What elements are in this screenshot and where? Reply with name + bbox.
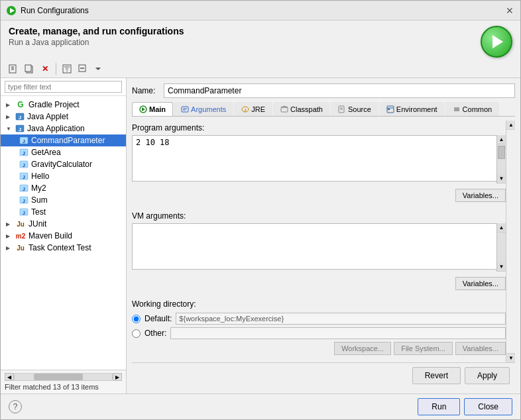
title-bar-left: Run Configurations xyxy=(6,5,89,16)
close-icon[interactable]: ✕ xyxy=(504,5,515,16)
filter-config-button[interactable] xyxy=(60,62,74,76)
scroll-left-arrow[interactable]: ◀ xyxy=(5,373,14,381)
other-radio[interactable] xyxy=(132,329,141,338)
tab-content-area: Program arguments: ▲ ▼ xyxy=(132,121,515,362)
workspace-button[interactable]: Workspace... xyxy=(334,342,391,355)
tree-item-sum[interactable]: J Sum xyxy=(1,194,126,206)
jre-tab-icon: J xyxy=(241,105,249,113)
svg-rect-47 xyxy=(388,109,390,110)
tab-main[interactable]: Main xyxy=(132,102,173,116)
maven-icon: m2 xyxy=(15,233,26,240)
scroll-right-arrow[interactable]: ▶ xyxy=(113,373,122,381)
vm-args-textarea[interactable] xyxy=(132,223,506,270)
other-value-input[interactable] xyxy=(170,327,506,339)
scrollbar-thumb xyxy=(34,374,83,380)
tree-label-java-application: Java Application xyxy=(27,124,85,133)
run-circle-button[interactable] xyxy=(481,26,512,58)
tree-item-junit[interactable]: ▶ Ju JUnit xyxy=(1,218,126,230)
scroll-down-arrow[interactable]: ▼ xyxy=(497,174,506,184)
tab-common-label: Common xyxy=(463,105,492,113)
sum-icon: J xyxy=(19,195,29,205)
variables-button-2[interactable]: Variables... xyxy=(455,277,506,290)
program-args-scrollbar: ▲ ▼ xyxy=(496,135,506,184)
vm-args-section: VM arguments: ▲ ▼ Variables... xyxy=(132,211,506,294)
tree-item-task-context[interactable]: ▶ Ju Task Context Test xyxy=(1,242,126,254)
right-scroll-up[interactable]: ▲ xyxy=(506,121,515,130)
tab-source[interactable]: Source xyxy=(331,102,378,116)
tab-environment[interactable]: Environment xyxy=(379,102,445,116)
svg-rect-7 xyxy=(25,65,31,72)
delete-config-button[interactable]: ✕ xyxy=(38,62,52,76)
tab-classpath-label: Classpath xyxy=(290,105,323,113)
tree-label-getarea: GetArea xyxy=(31,148,61,157)
program-args-textarea[interactable] xyxy=(132,135,506,182)
help-icon[interactable]: ? xyxy=(9,400,22,413)
tree-item-commandparameter[interactable]: J CommandParameter xyxy=(1,134,126,146)
tree-item-gradle[interactable]: ▶ G Gradle Project xyxy=(1,99,126,111)
scroll-up-arrow[interactable]: ▲ xyxy=(497,135,506,144)
svg-rect-35 xyxy=(182,107,188,112)
scrollbar-track xyxy=(14,373,113,381)
default-value-input[interactable] xyxy=(176,313,506,325)
tree-item-getarea[interactable]: J GetArea xyxy=(1,146,126,158)
name-input[interactable] xyxy=(164,83,515,98)
svg-marker-41 xyxy=(281,106,288,107)
svg-marker-14 xyxy=(95,68,101,70)
collapse-all-button[interactable] xyxy=(76,62,90,76)
tree-label-java-applet: Java Applet xyxy=(27,112,68,121)
tree-label-test: Test xyxy=(31,207,46,217)
tree-item-hello[interactable]: J Hello xyxy=(1,170,126,182)
tree-item-java-application[interactable]: ▼ J Java Application xyxy=(1,123,126,134)
filesystem-button[interactable]: File System... xyxy=(394,342,453,355)
arguments-tab-icon xyxy=(181,105,189,113)
tab-arguments[interactable]: Arguments xyxy=(174,102,233,116)
filter-input[interactable] xyxy=(5,81,122,93)
right-scroll-down[interactable]: ▼ xyxy=(506,353,515,362)
java-applet-icon: J xyxy=(15,112,25,121)
vm-scroll-up-arrow[interactable]: ▲ xyxy=(497,223,506,233)
svg-text:J: J xyxy=(245,108,247,112)
program-args-label: Program arguments: xyxy=(132,123,506,132)
svg-text:J: J xyxy=(23,199,25,203)
svg-text:J: J xyxy=(23,139,25,144)
tree-label-gravitycalculator: GravityCalculator xyxy=(31,160,92,169)
tree-item-java-applet[interactable]: ▶ J Java Applet xyxy=(1,111,126,123)
default-radio-row: Default: xyxy=(132,313,506,325)
right-panel: Name: Main Ar xyxy=(127,78,520,394)
tree-label-sum: Sum xyxy=(31,195,48,205)
toolbar: ✕ xyxy=(1,60,520,78)
svg-rect-40 xyxy=(281,107,288,112)
classpath-tab-icon xyxy=(280,105,288,113)
window-icon xyxy=(6,5,17,16)
tree-area: ▶ G Gradle Project ▶ J Java Applet ▼ xyxy=(1,96,126,370)
revert-button[interactable]: Revert xyxy=(412,367,461,384)
apply-button[interactable]: Apply xyxy=(465,367,510,384)
tab-jre[interactable]: J JRE xyxy=(234,102,272,116)
tab-arguments-label: Arguments xyxy=(191,105,226,113)
tab-common[interactable]: Common xyxy=(445,102,500,116)
variables-button-3[interactable]: Variables... xyxy=(455,342,506,355)
close-button[interactable]: Close xyxy=(464,398,512,415)
tree-item-test[interactable]: J Test xyxy=(1,206,126,218)
filter-box xyxy=(1,78,126,96)
new-config-button[interactable] xyxy=(6,62,21,76)
tab-classpath[interactable]: Classpath xyxy=(273,102,330,116)
default-radio[interactable] xyxy=(132,315,141,323)
tree-item-maven[interactable]: ▶ m2 Maven Build xyxy=(1,230,126,242)
vm-scroll-down-arrow[interactable]: ▼ xyxy=(497,262,506,272)
svg-rect-2 xyxy=(9,65,16,73)
junit-icon: Ju xyxy=(15,221,26,228)
variables-btn2-row: Variables... xyxy=(132,277,506,294)
svg-text:J: J xyxy=(19,115,21,121)
tree-label-task-context: Task Context Test xyxy=(29,243,91,252)
tree-item-gravitycalculator[interactable]: J GravityCalculator xyxy=(1,158,126,170)
program-args-wrapper: ▲ ▼ xyxy=(132,135,506,184)
working-dir-section: Working directory: Default: Other: xyxy=(132,299,506,355)
variables-button-1[interactable]: Variables... xyxy=(455,189,506,202)
tab-jre-label: JRE xyxy=(251,105,265,113)
right-scroll-track xyxy=(506,130,515,353)
copy-config-button[interactable] xyxy=(22,62,36,76)
more-dropdown[interactable] xyxy=(91,62,105,76)
run-button[interactable]: Run xyxy=(418,398,460,415)
tree-item-my2[interactable]: J My2 xyxy=(1,182,126,194)
